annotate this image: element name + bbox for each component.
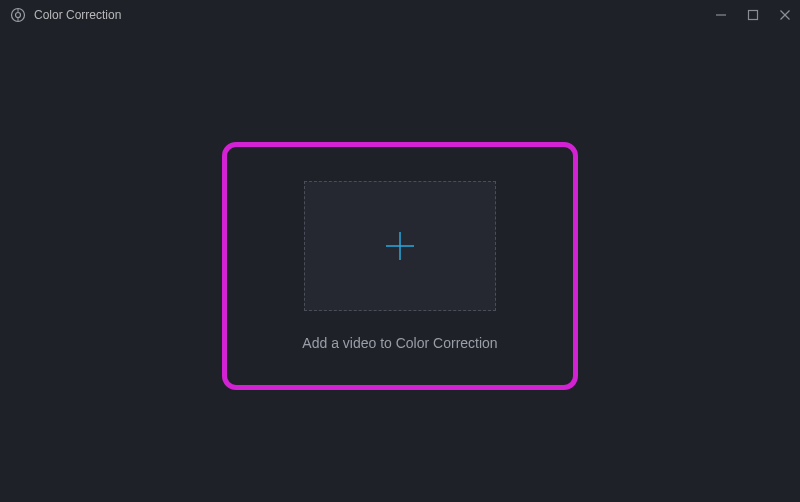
window-title: Color Correction	[34, 8, 121, 22]
highlight-box: Add a video to Color Correction	[222, 142, 578, 390]
app-icon	[10, 7, 26, 23]
main-area: Add a video to Color Correction	[0, 30, 800, 502]
titlebar: Color Correction	[0, 0, 800, 30]
add-video-dropzone[interactable]	[304, 181, 496, 311]
close-button[interactable]	[778, 8, 792, 22]
maximize-button[interactable]	[746, 8, 760, 22]
svg-rect-3	[749, 11, 758, 20]
minimize-button[interactable]	[714, 8, 728, 22]
svg-point-1	[16, 13, 21, 18]
window-controls	[714, 8, 792, 22]
plus-icon	[382, 228, 418, 264]
titlebar-left: Color Correction	[10, 7, 121, 23]
add-video-prompt: Add a video to Color Correction	[302, 335, 497, 351]
